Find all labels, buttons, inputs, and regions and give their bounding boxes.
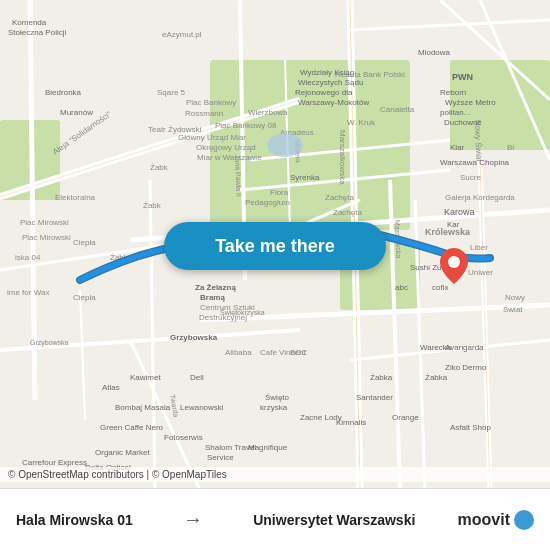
svg-text:Święto: Święto (265, 393, 290, 402)
svg-text:Avangarda: Avangarda (445, 343, 484, 352)
svg-text:Grzybowska: Grzybowska (30, 339, 69, 347)
svg-text:Miodowa: Miodowa (418, 48, 451, 57)
svg-text:Wieczystych Sądu: Wieczystych Sądu (298, 78, 363, 87)
svg-text:Zachęta: Zachęta (325, 193, 354, 202)
svg-text:Sqare 5: Sqare 5 (157, 88, 186, 97)
svg-text:Syrenka: Syrenka (290, 173, 320, 182)
svg-text:Żabk: Żabk (143, 201, 162, 210)
svg-text:Plac Bankowy: Plac Bankowy (186, 98, 236, 107)
svg-text:Marszałkowska: Marszałkowska (338, 130, 347, 185)
svg-text:Liber: Liber (470, 243, 488, 252)
svg-text:Za Żelazną: Za Żelazną (195, 283, 236, 292)
svg-text:Flora: Flora (270, 188, 289, 197)
svg-text:Sucre: Sucre (460, 173, 481, 182)
svg-text:Kimnalis: Kimnalis (336, 418, 366, 427)
svg-text:Carrefour Express: Carrefour Express (22, 458, 87, 467)
svg-text:Muranów: Muranów (60, 108, 93, 117)
svg-text:Service: Service (207, 453, 234, 462)
destination-pin (440, 248, 468, 284)
svg-text:Alibaba: Alibaba (225, 348, 252, 357)
svg-text:Wyższe Metro: Wyższe Metro (445, 98, 496, 107)
svg-text:Reborn: Reborn (440, 88, 466, 97)
svg-text:Santander: Santander (356, 393, 393, 402)
to-label: Uniwersytet Warszawski (253, 512, 415, 528)
svg-point-133 (448, 256, 460, 268)
svg-text:Plac Mirowski: Plac Mirowski (22, 233, 71, 242)
svg-text:Żabka: Żabka (370, 373, 393, 382)
svg-text:Świat: Świat (503, 305, 523, 314)
moovit-dot (514, 510, 534, 530)
route-to: Uniwersytet Warszawski (253, 512, 415, 528)
svg-text:Bombaj Masala: Bombaj Masala (115, 403, 171, 412)
svg-text:Pedagoglum: Pedagoglum (245, 198, 290, 207)
svg-text:Ciepła: Ciepła (73, 293, 96, 302)
from-label: Hala Mirowska 01 (16, 512, 133, 528)
svg-text:Plac Mirowski: Plac Mirowski (20, 218, 69, 227)
svg-text:krzyska: krzyska (260, 403, 288, 412)
svg-text:Rejonowego dla: Rejonowego dla (295, 88, 353, 97)
svg-text:Cafe Vincent: Cafe Vincent (260, 348, 306, 357)
svg-text:Okręgowy Urząd: Okręgowy Urząd (196, 143, 256, 152)
svg-text:Organic Market: Organic Market (95, 448, 150, 457)
svg-text:Centrum Sztuki: Centrum Sztuki (200, 303, 255, 312)
svg-text:cofix: cofix (432, 283, 448, 292)
moovit-text: moovit (458, 511, 510, 529)
svg-text:Destrukcyjnej: Destrukcyjnej (199, 313, 247, 322)
svg-text:Główny Urząd Miar: Główny Urząd Miar (178, 133, 246, 142)
svg-text:Shalom Travel: Shalom Travel (205, 443, 256, 452)
svg-text:Teatr Żydowski: Teatr Żydowski (148, 125, 202, 134)
svg-text:Canaletta: Canaletta (380, 105, 415, 114)
map-attribution: © OpenStreetMap contributors | © OpenMap… (0, 467, 550, 482)
svg-text:Karowa: Karowa (444, 207, 475, 217)
svg-text:Uniwer: Uniwer (468, 268, 493, 277)
svg-text:Orange: Orange (392, 413, 419, 422)
svg-text:Plac Bankowy 08: Plac Bankowy 08 (215, 121, 277, 130)
svg-text:Dell: Dell (190, 373, 204, 382)
svg-text:Komenda: Komenda (12, 18, 47, 27)
svg-text:politan...: politan... (440, 108, 470, 117)
svg-text:W. Kruk: W. Kruk (347, 118, 376, 127)
svg-text:Lewanowski: Lewanowski (180, 403, 224, 412)
svg-text:Biedronka: Biedronka (45, 88, 82, 97)
svg-text:Fotoserwis: Fotoserwis (164, 433, 203, 442)
svg-text:Królewska: Królewska (425, 227, 471, 237)
svg-text:Żabk: Żabk (150, 163, 169, 172)
svg-text:Żabka: Żabka (425, 373, 448, 382)
svg-text:abc: abc (395, 283, 408, 292)
svg-text:Warszawy-Mokotów: Warszawy-Mokotów (298, 98, 369, 107)
bottom-bar: Hala Mirowska 01 → Uniwersytet Warszawsk… (0, 488, 550, 550)
svg-text:Bramą: Bramą (200, 293, 225, 302)
svg-text:Rossmann: Rossmann (185, 109, 223, 118)
svg-text:Bi: Bi (507, 143, 514, 152)
svg-text:Kawimet: Kawimet (130, 373, 161, 382)
svg-text:Asfalt Shop: Asfalt Shop (450, 423, 491, 432)
svg-text:PWN: PWN (452, 72, 473, 82)
svg-text:Klar: Klar (450, 143, 465, 152)
arrow-icon: → (175, 508, 211, 531)
svg-text:Green Caffe Nero: Green Caffe Nero (100, 423, 164, 432)
svg-text:Galerja Kordegarda: Galerja Kordegarda (445, 193, 515, 202)
svg-text:Miar w Warszawie: Miar w Warszawie (197, 153, 262, 162)
take-me-there-button[interactable]: Take me there (164, 222, 386, 270)
svg-text:Duchowne: Duchowne (444, 118, 482, 127)
svg-text:Reduta Bank Polski: Reduta Bank Polski (335, 70, 405, 79)
svg-text:Ciepła: Ciepła (73, 238, 96, 247)
route-from: Hala Mirowska 01 (16, 512, 133, 528)
svg-point-132 (267, 133, 303, 157)
svg-text:Grzybowska: Grzybowska (170, 333, 218, 342)
svg-text:Wierzbowa: Wierzbowa (248, 108, 288, 117)
svg-text:Warszawa Chopina: Warszawa Chopina (440, 158, 510, 167)
moovit-logo: moovit (458, 510, 534, 530)
svg-text:Zachęta: Zachęta (333, 208, 362, 217)
svg-text:Stołeczna Policji: Stołeczna Policji (8, 28, 66, 37)
svg-text:Żabk: Żabk (110, 253, 129, 262)
svg-text:iska 04: iska 04 (15, 253, 41, 262)
svg-text:Atlas: Atlas (102, 383, 120, 392)
svg-text:ime for Wax: ime for Wax (7, 288, 49, 297)
svg-text:Ziko Dermo: Ziko Dermo (445, 363, 487, 372)
svg-text:Mazowiecka: Mazowiecka (394, 220, 402, 259)
svg-text:Elektoralna: Elektoralna (55, 193, 96, 202)
svg-text:Nowy: Nowy (505, 293, 525, 302)
svg-text:eAzymut.pl: eAzymut.pl (162, 30, 202, 39)
